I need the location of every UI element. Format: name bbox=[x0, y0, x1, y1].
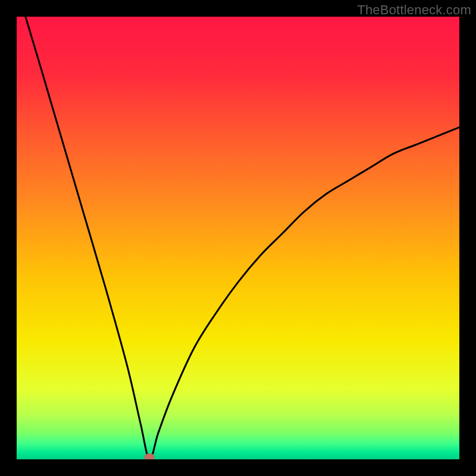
gradient-background bbox=[17, 17, 459, 459]
watermark-text: TheBottleneck.com bbox=[357, 2, 471, 18]
bottleneck-chart bbox=[17, 17, 459, 459]
chart-area bbox=[17, 17, 459, 459]
